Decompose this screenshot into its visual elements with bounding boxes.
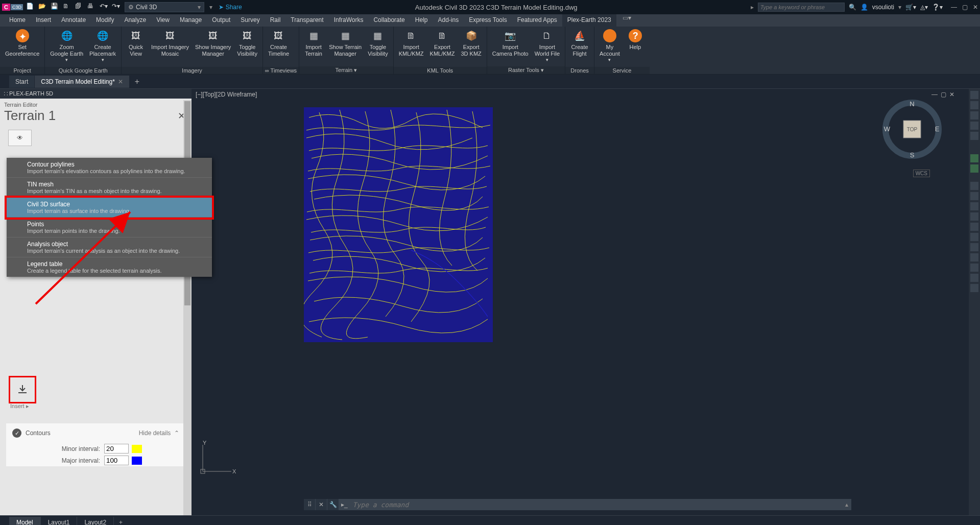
major-interval-input[interactable] [104,456,129,465]
cmd-grip-icon[interactable]: ⠿ [304,499,315,510]
plot-icon[interactable]: 🗐 [75,3,84,12]
my-account-button[interactable]: MyAccount▾ [596,28,623,63]
tool8-icon[interactable] [970,253,978,261]
pan-icon[interactable] [970,101,978,109]
cmd-close-icon[interactable]: ✕ [316,499,327,510]
command-input[interactable] [350,501,842,509]
menu-civil3d-surface[interactable]: Civil 3D surface Import terrain as surfa… [7,198,212,218]
layout-model[interactable]: Model [9,517,41,526]
menu-contour-polylines[interactable]: Contour polylines Import terrain's eleva… [7,158,212,178]
tab-manage[interactable]: Manage [175,14,207,27]
set-georeference-button[interactable]: ✦SetGeoreference [2,28,42,58]
tab-rail[interactable]: Rail [265,14,286,27]
import-kml-button[interactable]: 🗎ImportKML/KMZ [396,28,427,58]
tool-icon[interactable] [970,182,978,190]
tab-annotate[interactable]: Annotate [56,14,91,27]
doctab-terrain-editing[interactable]: C3D Terrain Model Editing*✕ [35,76,129,88]
create-timeline-button[interactable]: 🖼CreateTimeline [265,28,292,58]
globe2-icon[interactable] [970,164,978,173]
close-icon[interactable]: ✕ [118,78,123,85]
nav-wheel-icon[interactable] [970,91,978,99]
open-icon[interactable]: 📂 [38,3,47,12]
tool2-icon[interactable] [970,192,978,200]
vp-minimize-icon[interactable]: — [931,91,938,98]
menu-points[interactable]: Points Import terrain points into the dr… [7,218,212,237]
print-icon[interactable]: 🖶 [87,3,97,12]
import-terrain-button[interactable]: ▦ImportTerrain [301,28,326,58]
tab-express[interactable]: Express Tools [464,14,512,27]
redo-icon[interactable]: ↷▾ [112,3,121,12]
minor-interval-input[interactable] [104,444,129,454]
tab-infraworks[interactable]: InfraWorks [329,14,369,27]
tool10-icon[interactable] [970,274,978,282]
export-3dkmz-button[interactable]: 📦Export3D KMZ [458,28,484,58]
tab-help[interactable]: Help [410,14,433,27]
tab-output[interactable]: Output [207,14,235,27]
tab-collaborate[interactable]: Collaborate [368,14,410,27]
cmd-settings-icon[interactable]: 🔧 [327,499,339,510]
cart-icon[interactable]: 🛒▾ [905,4,916,11]
close-button[interactable]: ✕ [973,4,978,11]
import-world-file-button[interactable]: 🗋ImportWorld File▾ [532,28,563,63]
zoom-google-earth-button[interactable]: 🌐ZoomGoogle Earth▾ [47,28,86,63]
doctab-start[interactable]: Start [9,76,34,88]
major-color-swatch[interactable] [132,457,142,465]
username-label[interactable]: vsoulioti [872,4,894,11]
autodesk-icon[interactable]: ◬▾ [920,4,928,11]
showmotion-icon[interactable] [970,132,978,140]
tab-home[interactable]: Home [4,14,31,27]
show-terrain-manager-button[interactable]: ▦Show TerrainManager [326,28,365,58]
quick-view-button[interactable]: 🖼QuickView [124,28,148,58]
tool3-icon[interactable] [970,202,978,210]
tool6-icon[interactable] [970,233,978,241]
show-imagery-manager-button[interactable]: 🖼Show ImageryManager [192,28,234,58]
viewport-label[interactable]: [−][Top][2D Wireframe] [196,91,257,98]
help-icon[interactable]: ❔▾ [932,4,943,11]
layout-1[interactable]: Layout1 [41,517,78,526]
toggle-terrain-visibility-button[interactable]: ▦ToggleVisibility [365,28,391,58]
tab-modify[interactable]: Modify [91,14,119,27]
import-imagery-mosaic-button[interactable]: 🖼Import ImageryMosaic [148,28,192,58]
saveas-icon[interactable]: 🗎 [63,3,72,12]
eye-tool-button[interactable]: 👁 [8,130,32,146]
toggle-imagery-visibility-button[interactable]: 🖼ToggleVisibility [234,28,260,58]
minor-color-swatch[interactable] [132,445,142,453]
tab-insert[interactable]: Insert [31,14,56,27]
search-icon[interactable]: 🔍 [849,4,856,11]
globe-icon[interactable] [970,154,978,162]
menu-legend-table[interactable]: Legend table Create a legend table for t… [7,257,212,277]
undo-icon[interactable]: ↶▾ [100,3,109,12]
insert-button[interactable] [10,377,35,402]
add-layout-button[interactable]: + [114,517,128,526]
orbit-icon[interactable] [970,122,978,130]
create-placemark-button[interactable]: 🌐CreatePlacemark▾ [86,28,119,63]
tab-plexearth[interactable]: Plex-Earth 2023 [562,14,616,27]
menu-tin-mesh[interactable]: TIN mesh Import terrain's TIN as a mesh … [7,178,212,198]
import-camera-photo-button[interactable]: 📷ImportCamera Photo [489,28,532,58]
tool9-icon[interactable] [970,264,978,272]
vp-close-icon[interactable]: ✕ [949,91,954,98]
tab-analyze[interactable]: Analyze [119,14,151,27]
minimize-button[interactable]: — [951,4,957,11]
new-icon[interactable]: 📄 [26,3,35,12]
new-tab-button[interactable]: + [130,75,145,89]
tool4-icon[interactable] [970,212,978,221]
viewcube[interactable]: N S E W TOP [882,99,942,159]
tab-extra-icon[interactable]: ▭▾ [623,14,631,27]
cmd-history-icon[interactable]: ▴ [842,501,851,508]
tab-addins[interactable]: Add-ins [433,14,464,27]
drawing-viewport[interactable]: [−][Top][2D Wireframe] — ▢ ✕ N S E W TOP… [192,89,969,515]
vp-maximize-icon[interactable]: ▢ [941,91,946,98]
share-button[interactable]: ➤ Share [219,4,242,11]
maximize-button[interactable]: ▢ [962,4,968,11]
tab-transparent[interactable]: Transparent [285,14,328,27]
tool7-icon[interactable] [970,243,978,251]
tab-survey[interactable]: Survey [235,14,265,27]
save-icon[interactable]: 💾 [51,3,60,12]
user-icon[interactable]: 👤 [861,4,868,11]
tab-featured[interactable]: Featured Apps [512,14,562,27]
menu-analysis-object[interactable]: Analysis object Import terrain's current… [7,237,212,257]
check-icon[interactable]: ✓ [12,428,21,438]
hide-details-button[interactable]: Hide details ⌃ [139,429,179,437]
tab-view[interactable]: View [151,14,175,27]
